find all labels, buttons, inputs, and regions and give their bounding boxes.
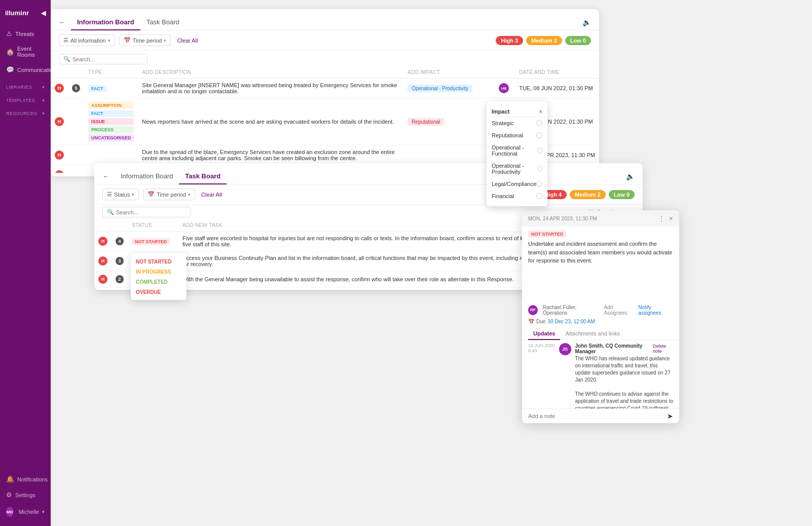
col-type: TYPE	[84, 66, 138, 79]
sidebar-section-templates[interactable]: Templates ▾	[0, 95, 51, 104]
sidebar-item-event-rooms[interactable]: 🏠 Event Rooms	[0, 42, 51, 62]
badge-low-2[interactable]: Low 0	[609, 190, 635, 199]
priority-dot: H	[55, 117, 64, 126]
update-meta: 14 JUN 2020 6:43	[528, 343, 555, 409]
note-input[interactable]	[528, 413, 664, 419]
filter-chevron: ▾	[108, 38, 110, 43]
impact-dropdown-close[interactable]: ×	[539, 108, 542, 115]
tab-information-board[interactable]: Information Board	[71, 14, 140, 30]
second-back-btn[interactable]: ←	[102, 172, 109, 180]
search-box[interactable]: 🔍	[59, 54, 147, 64]
main-back-btn[interactable]: ←	[59, 18, 66, 26]
sp-updates: 14 JUN 2020 6:43 JS John Smith, CQ Commu…	[522, 340, 679, 409]
tab-task-board-2[interactable]: Task Board	[179, 168, 227, 184]
num-badge: 2	[116, 275, 124, 283]
search-icon: 🔍	[63, 56, 70, 62]
impact-tag[interactable]: Reputational	[408, 118, 444, 126]
search-box-2[interactable]: 🔍	[102, 207, 191, 217]
user-expand: ▾	[42, 509, 45, 514]
priority-dot: H	[98, 237, 107, 246]
collapse-btn[interactable]: ◀	[41, 10, 46, 17]
sound-icon[interactable]: 🔈	[582, 18, 591, 26]
impact-tag[interactable]: Operational · Productivity	[408, 85, 472, 92]
impact-item-financial[interactable]: Financial	[487, 190, 547, 202]
badge-medium-2[interactable]: Medium 2	[570, 190, 606, 199]
search-input[interactable]	[72, 56, 143, 62]
filter-time-period[interactable]: 📅 Time period ▾	[119, 34, 171, 46]
sp-header: MON, 24 APR 2023, 11:30 PM ⋮ ×	[522, 210, 679, 227]
impact-item-legal[interactable]: Legal/Compliance	[487, 178, 547, 190]
calendar-icon: 📅	[124, 37, 131, 44]
status-in-progress[interactable]: IN PROGRESS	[131, 267, 187, 277]
sidebar-nav: ⚠ Threats 🏠 Event Rooms 💬 Communications…	[0, 26, 51, 471]
delete-note-btn[interactable]: Delete note	[653, 344, 673, 354]
impact-item-reputational[interactable]: Reputational	[487, 129, 547, 141]
col-task: Add new task	[178, 219, 577, 232]
sp-notify-assignees[interactable]: Notify assignees	[638, 305, 673, 316]
radio-financial[interactable]	[536, 193, 542, 199]
badge-low[interactable]: Low 0	[565, 36, 591, 45]
sp-tab-updates[interactable]: Updates	[528, 327, 560, 340]
sidebar-section-resources[interactable]: Resources ▾	[0, 108, 51, 117]
sidebar-section-libraries[interactable]: Libraries ▾	[0, 82, 51, 91]
status-completed[interactable]: COMPLETED	[131, 277, 187, 287]
sidebar-item-notifications[interactable]: 🔔 Notifications	[0, 471, 51, 487]
badge-high[interactable]: High 3	[496, 36, 523, 45]
send-btn[interactable]: ➤	[667, 412, 673, 420]
col-num	[68, 66, 84, 79]
sidebar-bottom: 🔔 Notifications ⚙ Settings MD Michelle ▾	[0, 471, 51, 526]
radio-op-productivity[interactable]	[538, 166, 542, 172]
notifications-label: Notifications	[17, 476, 48, 482]
update-date: 14 JUN 2020	[528, 343, 555, 348]
badge-medium[interactable]: Medium 2	[526, 36, 562, 45]
filter-time-period-2[interactable]: 📅 Time period ▾	[143, 189, 195, 200]
user-name: Michelle	[19, 509, 39, 515]
sp-more-btn[interactable]: ⋮	[658, 214, 665, 222]
priority-dot: H	[98, 256, 107, 266]
col-avatar	[495, 66, 515, 79]
tab-info-board-2[interactable]: Information Board	[115, 168, 179, 184]
sidebar-item-threats[interactable]: ⚠ Threats	[0, 26, 51, 42]
impact-item-operational-functional[interactable]: Operational - Functional	[487, 141, 547, 160]
priority-dot: H	[55, 84, 64, 93]
sidebar-item-label: Threats	[15, 31, 34, 37]
status-not-started[interactable]: NOT STARTED	[131, 256, 187, 267]
type-assumption: ASSUMPTION	[88, 102, 134, 109]
impact-label: Operational - Functional	[492, 144, 537, 157]
search-icon-2: 🔍	[107, 209, 114, 215]
impact-item-strategic[interactable]: Strategic	[487, 117, 547, 129]
sound-icon-2[interactable]: 🔈	[626, 172, 635, 180]
sidebar-item-user[interactable]: MD Michelle ▾	[0, 503, 51, 521]
clear-all-btn-2[interactable]: Clear All	[201, 192, 222, 198]
settings-icon: ⚙	[6, 491, 12, 499]
sp-tabs: Updates Attachments and links	[522, 327, 679, 340]
impact-label: Operational - Productivity	[492, 163, 538, 175]
filter-status[interactable]: ☰ Status ▾	[102, 189, 139, 200]
col-impact[interactable]: Add Impact	[403, 66, 495, 79]
impact-dropdown: Impact × Strategic Reputational Operatio…	[487, 101, 547, 206]
logo-text: illuminr	[5, 9, 29, 17]
sp-add-assignees[interactable]: Add Assignees	[604, 305, 635, 316]
sp-tab-attachments[interactable]: Attachments and links	[560, 327, 625, 340]
templates-arrow: ▾	[42, 98, 45, 103]
search-input-2[interactable]	[116, 209, 187, 215]
impact-label: Legal/Compliance	[492, 181, 536, 187]
radio-reputational[interactable]	[536, 132, 542, 138]
status-overdue[interactable]: OVERDUE	[131, 287, 187, 297]
radio-strategic[interactable]	[536, 120, 542, 126]
sp-assignee-avatar: RF	[528, 305, 538, 315]
priority-dot: H	[98, 275, 107, 284]
radio-legal[interactable]	[536, 181, 542, 187]
sidebar-item-communications[interactable]: 💬 Communications	[0, 62, 51, 78]
num-badge: 5	[72, 84, 80, 92]
sidebar-item-settings[interactable]: ⚙ Settings	[0, 487, 51, 503]
tab-task-board[interactable]: Task Board	[140, 14, 186, 30]
status-badge: NOT STARTED	[132, 238, 170, 245]
update-author: John Smith, CQ Community Manager	[575, 343, 653, 354]
impact-item-operational-productivity[interactable]: Operational - Productivity	[487, 160, 547, 178]
sp-close-btn[interactable]: ×	[669, 214, 673, 222]
filter-all-information[interactable]: ☰ All information ▾	[59, 34, 115, 46]
clear-all-btn[interactable]: Clear All	[177, 37, 198, 44]
table-row[interactable]: H 5 FACT Site General Manager [INSERT NA…	[51, 79, 599, 98]
radio-op-functional[interactable]	[537, 147, 542, 154]
